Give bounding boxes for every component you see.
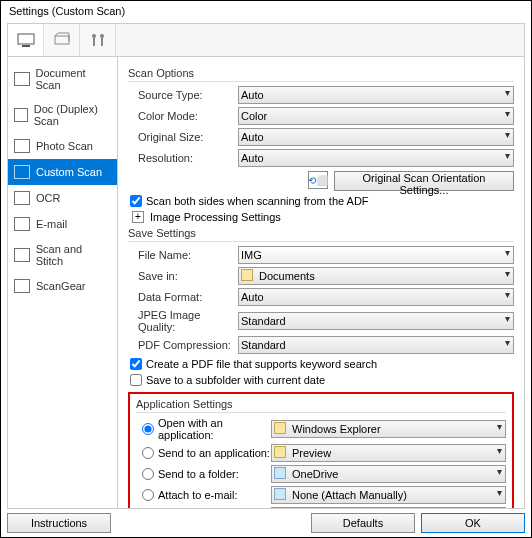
photo-icon xyxy=(14,139,30,153)
sidebar-item-document-scan[interactable]: Document Scan xyxy=(8,61,117,97)
sidebar-item-label: Doc (Duplex) Scan xyxy=(34,103,111,127)
sidebar-item-custom-scan[interactable]: Custom Scan xyxy=(8,159,117,185)
divider xyxy=(128,81,514,82)
attach-email-label: Attach to e-mail: xyxy=(158,489,237,501)
attach-email-radio[interactable] xyxy=(142,489,154,501)
settings-panel: Scan Options Source Type:Auto Color Mode… xyxy=(118,57,524,508)
folder-icon xyxy=(274,446,286,458)
original-size-select[interactable]: Auto xyxy=(238,128,514,146)
file-name-input[interactable] xyxy=(238,246,514,264)
email-icon xyxy=(14,217,30,231)
send-folder-label: Send to a folder: xyxy=(158,468,239,480)
sidebar-item-ocr[interactable]: OCR xyxy=(8,185,117,211)
app-settings-title: Application Settings xyxy=(136,398,506,410)
jpeg-quality-select[interactable]: Standard xyxy=(238,312,514,330)
source-type-select[interactable]: Auto xyxy=(238,86,514,104)
original-size-label: Original Size: xyxy=(128,131,238,143)
open-app-label: Open with an application: xyxy=(158,417,271,441)
onedrive-icon xyxy=(274,467,286,479)
stitch-icon xyxy=(14,248,30,262)
app-icon xyxy=(274,488,286,500)
save-in-label: Save in: xyxy=(128,270,238,282)
send-folder-select[interactable]: OneDrive xyxy=(271,465,506,483)
color-mode-label: Color Mode: xyxy=(128,110,238,122)
sidebar-item-doc-duplex[interactable]: Doc (Duplex) Scan xyxy=(8,97,117,133)
color-mode-select[interactable]: Color xyxy=(238,107,514,125)
file-name-label: File Name: xyxy=(128,249,238,261)
data-format-label: Data Format: xyxy=(128,291,238,303)
image-processing-label: Image Processing Settings xyxy=(150,211,281,223)
send-app-select[interactable]: Preview xyxy=(271,444,506,462)
content-frame: Document Scan Doc (Duplex) Scan Photo Sc… xyxy=(7,23,525,509)
ocr-icon xyxy=(14,191,30,205)
pdf-compression-select[interactable]: Standard xyxy=(238,336,514,354)
send-app-radio[interactable] xyxy=(142,447,154,459)
window-title: Settings (Custom Scan) xyxy=(1,1,531,21)
sidebar-item-label: E-mail xyxy=(36,218,67,230)
both-sides-label: Scan both sides when scanning from the A… xyxy=(146,195,369,207)
create-pdf-checkbox[interactable] xyxy=(130,358,142,370)
image-processing-expander[interactable]: +Image Processing Settings xyxy=(128,211,514,223)
sidebar-item-email[interactable]: E-mail xyxy=(8,211,117,237)
send-app-label: Send to an application: xyxy=(158,447,270,459)
ok-button[interactable]: OK xyxy=(421,513,525,533)
application-settings-group: Application Settings Open with an applic… xyxy=(128,392,514,508)
sidebar: Document Scan Doc (Duplex) Scan Photo Sc… xyxy=(8,57,118,508)
footer: Instructions Defaults OK xyxy=(7,513,525,533)
svg-rect-1 xyxy=(22,45,30,47)
open-app-select[interactable]: Windows Explorer xyxy=(271,420,506,438)
svg-point-6 xyxy=(100,34,104,38)
sidebar-item-label: Document Scan xyxy=(36,67,112,91)
tab-general-settings[interactable] xyxy=(80,24,116,56)
divider xyxy=(136,412,506,413)
orientation-settings-button[interactable]: Original Scan Orientation Settings... xyxy=(334,171,514,191)
folder-icon xyxy=(241,269,253,281)
create-pdf-label: Create a PDF file that supports keyword … xyxy=(146,358,377,370)
save-in-select[interactable]: Documents xyxy=(238,267,514,285)
data-format-select[interactable]: Auto xyxy=(238,288,514,306)
scan-options-title: Scan Options xyxy=(128,67,514,79)
both-sides-checkbox[interactable] xyxy=(130,195,142,207)
defaults-button[interactable]: Defaults xyxy=(311,513,415,533)
source-type-label: Source Type: xyxy=(128,89,238,101)
folder-icon xyxy=(274,422,286,434)
start-ocr-select[interactable]: Output to Text xyxy=(271,507,506,508)
jpeg-quality-label: JPEG Image Quality: xyxy=(128,309,238,333)
toolbar xyxy=(8,24,524,57)
sidebar-item-label: Scan and Stitch xyxy=(36,243,111,267)
tab-scan-from-computer[interactable] xyxy=(8,24,44,56)
sidebar-item-label: ScanGear xyxy=(36,280,86,292)
custom-icon xyxy=(14,165,30,179)
main-area: Document Scan Doc (Duplex) Scan Photo Sc… xyxy=(8,57,524,508)
instructions-button[interactable]: Instructions xyxy=(7,513,111,533)
send-folder-radio[interactable] xyxy=(142,468,154,480)
svg-point-5 xyxy=(92,34,96,38)
save-settings-title: Save Settings xyxy=(128,227,514,239)
reset-orientation-icon[interactable]: ⟲⬜ xyxy=(308,171,328,189)
sidebar-item-scan-stitch[interactable]: Scan and Stitch xyxy=(8,237,117,273)
sidebar-item-label: Custom Scan xyxy=(36,166,102,178)
open-app-radio[interactable] xyxy=(142,423,154,435)
svg-rect-0 xyxy=(18,34,34,44)
scangear-icon xyxy=(14,279,30,293)
sidebar-item-label: Photo Scan xyxy=(36,140,93,152)
divider xyxy=(128,241,514,242)
attach-email-select[interactable]: None (Attach Manually) xyxy=(271,486,506,504)
svg-rect-2 xyxy=(55,36,69,44)
sidebar-item-photo-scan[interactable]: Photo Scan xyxy=(8,133,117,159)
resolution-label: Resolution: xyxy=(128,152,238,164)
duplex-icon xyxy=(14,108,28,122)
document-icon xyxy=(14,72,30,86)
tab-scan-from-panel[interactable] xyxy=(44,24,80,56)
plus-icon: + xyxy=(132,211,144,223)
resolution-select[interactable]: Auto xyxy=(238,149,514,167)
subfolder-label: Save to a subfolder with current date xyxy=(146,374,325,386)
sidebar-item-scangear[interactable]: ScanGear xyxy=(8,273,117,299)
pdf-compression-label: PDF Compression: xyxy=(128,339,238,351)
subfolder-checkbox[interactable] xyxy=(130,374,142,386)
sidebar-item-label: OCR xyxy=(36,192,60,204)
